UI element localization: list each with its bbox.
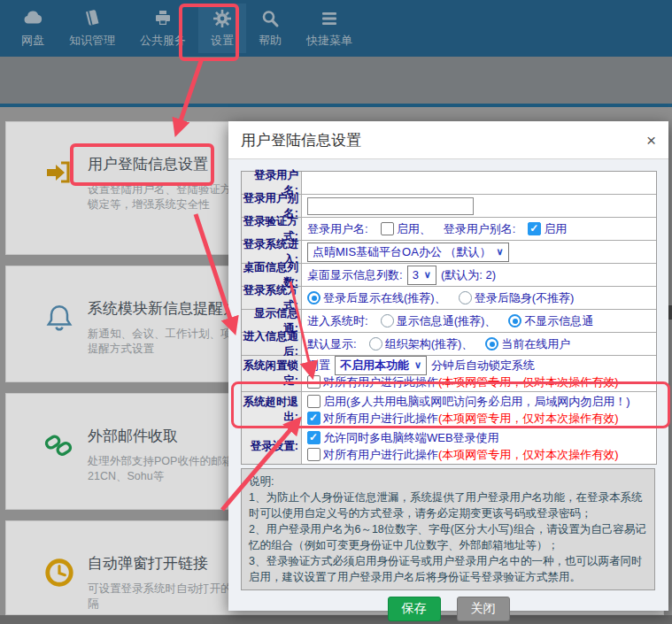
nav-item-public-service[interactable]: 公共服务	[127, 4, 198, 53]
checkbox-label: 对所有用户进行此操作	[323, 447, 438, 463]
radio-label: 组织架构(推荐)、	[385, 336, 474, 352]
nav-label: 快捷菜单	[306, 33, 352, 49]
row-label: 系统超时退出:	[242, 392, 302, 428]
checkbox-label: 启用	[544, 221, 567, 237]
checkbox-label: 对所有用户进行此操作	[323, 411, 438, 427]
save-button[interactable]: 保存	[388, 597, 441, 621]
clock-icon	[31, 553, 88, 614]
verify-alias-text: 登录用户别名:	[444, 221, 516, 237]
card-desc-line: 设置登陆用户名、登陆验证方式	[88, 182, 243, 197]
divider-line	[0, 104, 672, 107]
row-login-visibility: 登录系统方式: 登录后显示在线(推荐)、 登录后隐身(不推荐)	[242, 287, 656, 310]
chevron-down-icon: ∨	[497, 246, 504, 258]
card-title: 外部邮件收取	[88, 426, 243, 446]
login-info-settings-dialog: 用户登陆信息设置 × 登录用户名: 登录用户别名: 登录验证方式: 登录用户名:	[228, 121, 668, 611]
bell-icon	[31, 298, 88, 381]
nav-item-netdisk[interactable]: 网盘	[9, 4, 57, 53]
row-login-settings: 登录设置: 允许同时多电脑终端WEB登录使用 对所有用户进行此操作 (本项网管专…	[242, 428, 656, 464]
entry-system-select[interactable]: 点晴MIS基础平台OA办公 （默认） ∨	[307, 243, 509, 262]
instructions-line: 1、为防止个人身份证信息泄漏，系统提供了用户登录用户名功能，在登录本系统时可以使…	[249, 489, 647, 521]
admin-only-note: (本项网管专用，仅对本次操作有效)	[438, 447, 619, 463]
nav-item-quick-menu[interactable]: 快捷菜单	[294, 4, 365, 53]
invisible-radio[interactable]	[459, 291, 472, 304]
multi-terminal-checkbox[interactable]	[307, 431, 321, 444]
radio-label: 当前在线用户	[501, 336, 570, 352]
org-structure-radio[interactable]	[369, 337, 382, 351]
timeout-apply-all-checkbox[interactable]	[307, 412, 321, 425]
chevron-down-icon: ∨	[424, 269, 431, 281]
prefix-text: 默认显示:	[307, 336, 357, 352]
book-icon	[81, 8, 103, 29]
card-desc-line: 锁定等，增强系统安全性	[88, 197, 243, 212]
row-label: 进入信息通后:	[242, 333, 302, 355]
select-value: 点晴MIS基础平台OA办公 （默认）	[313, 244, 491, 260]
hide-messenger-radio[interactable]	[508, 314, 521, 327]
admin-only-note: (本项网管专用，仅对本次操作有效)	[438, 411, 619, 427]
verify-username-text: 登录用户名:	[307, 221, 368, 237]
row-verify-mode: 登录验证方式: 登录用户名: 启用、 登录用户别名: 启用	[242, 218, 656, 241]
online-users-radio[interactable]	[485, 337, 498, 351]
card-desc-line: 隔	[88, 597, 243, 612]
timeout-enable-checkbox[interactable]	[307, 395, 321, 408]
verify-alias-checkbox[interactable]	[528, 222, 541, 235]
radio-label: 登录后显示在线(推荐)、	[323, 290, 446, 306]
card-desc-line: 处理外部支持POP收件的邮箱中	[88, 454, 243, 469]
printer-icon	[152, 8, 174, 29]
card-desc-line: 可设置登录系统时自动打开的链	[88, 582, 243, 597]
login-username-value[interactable]	[302, 172, 656, 194]
nav-label: 设置	[211, 33, 234, 49]
show-messenger-radio[interactable]	[381, 314, 394, 327]
card-desc-line: 21CN、Sohu等	[88, 469, 243, 484]
chain-link-icon	[31, 426, 88, 509]
menu-icon	[319, 8, 340, 29]
chevron-down-icon: ∨	[414, 359, 421, 371]
radio-label: 登录后隐身(不推荐)	[475, 290, 575, 306]
columns-select[interactable]: 3 ∨	[407, 266, 436, 285]
nav-item-help[interactable]: 帮助	[246, 4, 294, 53]
nav-label: 帮助	[259, 33, 282, 49]
checkbox-label: 允许同时多电脑终端WEB登录使用	[323, 430, 499, 446]
checkbox-label: 对所有用户进行此操作	[323, 374, 438, 390]
idle-apply-all-checkbox[interactable]	[307, 375, 321, 389]
search-icon	[259, 8, 281, 29]
login-apply-all-checkbox[interactable]	[307, 448, 321, 461]
card-desc-line: 新通知、会议、工作计划、项	[88, 327, 238, 342]
row-messenger-default: 进入信息通后: 默认显示: 组织架构(推荐)、 当前在线用户	[242, 333, 656, 356]
gear-icon	[212, 8, 233, 29]
columns-default-text: (默认为: 2)	[441, 267, 496, 283]
prefix-text: 进入系统时:	[307, 313, 368, 329]
nav-item-knowledge[interactable]: 知识管理	[57, 4, 127, 53]
dimmed-toolbar	[0, 57, 672, 104]
card-title: 自动弹窗打开链接	[88, 553, 243, 574]
columns-text: 桌面显示信息列数:	[307, 267, 403, 283]
card-title: 用户登陆信息设置	[88, 154, 243, 174]
idle-minutes-select[interactable]: 不启用本功能 ∨	[335, 356, 427, 375]
login-settings-form: 登录用户名: 登录用户别名: 登录验证方式: 登录用户名: 启用、 登录用户别名…	[241, 171, 657, 465]
login-arrow-icon	[31, 154, 88, 254]
close-button[interactable]: 关闭	[457, 597, 510, 621]
card-title: 系统模块新信息提醒方	[88, 298, 238, 319]
row-idle-lock: 系统闲置锁定: 闲置 不启用本功能 ∨ 分钟后自动锁定系统 对	[242, 356, 656, 392]
select-value: 3	[413, 268, 419, 281]
cloud-icon	[22, 8, 43, 29]
nav-item-settings[interactable]: 设置	[198, 4, 246, 53]
nav-label: 公共服务	[140, 33, 186, 49]
nav-label: 网盘	[21, 33, 44, 49]
instructions-line: 3、登录验证方式必须启用身份证号或用户登录用户名中的一种，也可以两者同时启用，建…	[249, 553, 647, 585]
instructions-title: 说明:	[249, 474, 647, 489]
row-session-timeout: 系统超时退出: 启用(多人共用电脑或网吧访问务必启用，局域网内勿启用！) 对所有…	[242, 392, 656, 428]
nav-label: 知识管理	[69, 33, 115, 49]
row-show-messenger: 显示信息通: 进入系统时: 显示信息通(推荐)、 不显示信息通	[242, 310, 656, 333]
idle-text: 闲置	[307, 358, 330, 374]
verify-username-checkbox[interactable]	[381, 222, 394, 235]
radio-label: 不显示信息通	[524, 313, 593, 329]
close-icon[interactable]: ×	[646, 132, 656, 149]
admin-only-note: (本项网管专用，仅对本次操作有效)	[438, 374, 619, 390]
visible-online-radio[interactable]	[307, 291, 321, 304]
checkbox-label: 启用(多人共用电脑或网吧访问务必启用，局域网内勿启用！)	[323, 394, 630, 410]
radio-label: 显示信息通(推荐)、	[397, 313, 497, 329]
login-alias-input[interactable]	[307, 197, 474, 215]
row-login-entry: 登录系统进入: 点晴MIS基础平台OA办公 （默认） ∨	[242, 241, 656, 264]
card-desc-line: 提醒方式设置	[88, 342, 238, 357]
row-desktop-columns: 桌面信息列数: 桌面显示信息列数: 3 ∨ (默认为: 2)	[242, 264, 656, 287]
